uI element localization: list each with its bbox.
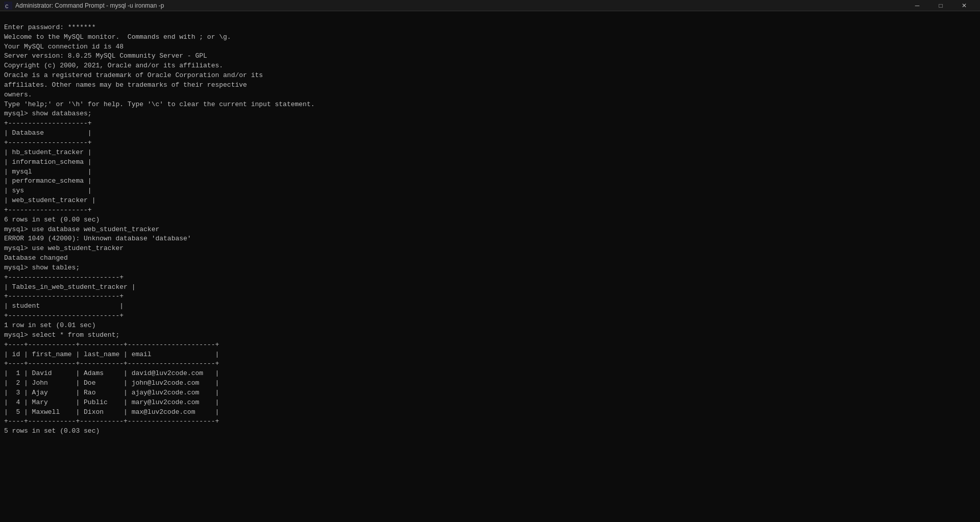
terminal-line: ERROR 1049 (42000): Unknown database 'da… xyxy=(4,234,976,244)
title-bar: C Administrator: Command Prompt - mysql … xyxy=(0,0,980,11)
terminal-line: | web_student_tracker | xyxy=(4,196,976,206)
terminal-line: Copyright (c) 2000, 2021, Oracle and/or … xyxy=(4,61,976,71)
terminal-line: Oracle is a registered trademark of Orac… xyxy=(4,71,976,81)
cmd-icon: C xyxy=(4,2,12,10)
terminal-line: affiliates. Other names may be trademark… xyxy=(4,81,976,90)
terminal-line: | 2 | John | Doe | john@luv2code.com | xyxy=(4,379,976,388)
terminal-body[interactable]: Enter password: *******Welcome to the My… xyxy=(0,11,980,522)
terminal-line: | student | xyxy=(4,302,976,311)
terminal-line: mysql> show tables; xyxy=(4,263,976,273)
terminal-line: +--------------------+ xyxy=(4,119,976,129)
terminal-line: mysql> use web_student_tracker xyxy=(4,244,976,254)
terminal-line: 5 rows in set (0.03 sec) xyxy=(4,427,976,436)
title-bar-controls: ─ □ ✕ xyxy=(905,0,976,11)
terminal-line: +----------------------------+ xyxy=(4,273,976,283)
terminal-line: +----+------------+-----------+---------… xyxy=(4,359,976,369)
terminal-line: Welcome to the MySQL monitor. Commands e… xyxy=(4,33,976,42)
terminal-line: | mysql | xyxy=(4,167,976,177)
terminal-line: | 5 | Maxwell | Dixon | max@luv2code.com… xyxy=(4,408,976,417)
terminal-line: 6 rows in set (0.00 sec) xyxy=(4,215,976,225)
terminal-line: 1 row in set (0.01 sec) xyxy=(4,321,976,331)
svg-text:C: C xyxy=(5,4,9,10)
terminal-line: Your MySQL connection id is 48 xyxy=(4,42,976,52)
title-bar-left: C Administrator: Command Prompt - mysql … xyxy=(4,2,164,10)
maximize-button[interactable]: □ xyxy=(929,0,952,11)
terminal-line: Type 'help;' or '\h' for help. Type '\c'… xyxy=(4,100,976,110)
title-bar-title: Administrator: Command Prompt - mysql -u… xyxy=(15,2,164,9)
terminal-line: | performance_schema | xyxy=(4,177,976,186)
minimize-button[interactable]: ─ xyxy=(905,0,929,11)
terminal-line: Database changed xyxy=(4,254,976,263)
terminal-line: +--------------------+ xyxy=(4,206,976,215)
terminal-line: +----------------------------+ xyxy=(4,311,976,321)
terminal-line: Server version: 8.0.25 MySQL Community S… xyxy=(4,52,976,61)
terminal-line: | sys | xyxy=(4,186,976,196)
terminal-line: | 4 | Mary | Public | mary@luv2code.com … xyxy=(4,398,976,408)
terminal-line: +--------------------+ xyxy=(4,138,976,148)
terminal-line: | hb_student_tracker | xyxy=(4,148,976,158)
terminal-line: +----------------------------+ xyxy=(4,292,976,302)
terminal-line: | 3 | Ajay | Rao | ajay@luv2code.com | xyxy=(4,388,976,398)
terminal-line: mysql> select * from student; xyxy=(4,331,976,340)
terminal-line: | id | first_name | last_name | email | xyxy=(4,350,976,360)
terminal-line: +----+------------+-----------+---------… xyxy=(4,340,976,350)
terminal-line: | Tables_in_web_student_tracker | xyxy=(4,283,976,292)
terminal-line: +----+------------+-----------+---------… xyxy=(4,417,976,427)
terminal-line: owners. xyxy=(4,90,976,100)
terminal-line: | 1 | David | Adams | david@luv2code.com… xyxy=(4,369,976,379)
close-button[interactable]: ✕ xyxy=(952,0,976,11)
terminal-line: mysql> use database web_student_tracker xyxy=(4,225,976,235)
terminal-line: | information_schema | xyxy=(4,158,976,167)
terminal-line: | Database | xyxy=(4,129,976,138)
terminal-line: Enter password: ******* xyxy=(4,23,976,33)
terminal-line: mysql> show databases; xyxy=(4,109,976,119)
